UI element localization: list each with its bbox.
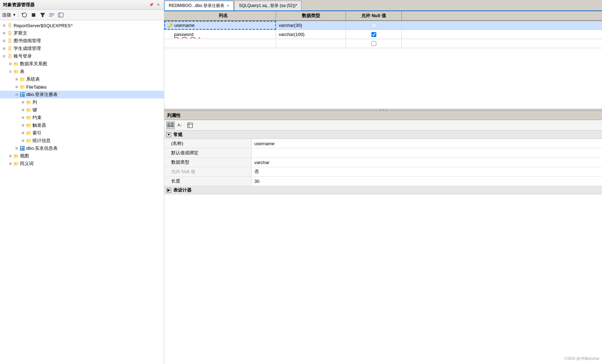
folder-icon: 📁 (26, 138, 31, 143)
nullable-checkbox[interactable] (371, 41, 376, 46)
svg-marker-1 (40, 13, 45, 17)
db-icon: 🗄 (7, 46, 13, 51)
expand-icon[interactable]: ⊞ (20, 99, 26, 105)
group-toggle-tabledesigner[interactable]: ▶ (166, 188, 171, 193)
tree-item[interactable]: ⊞ 📁 数据库关系图 (0, 60, 164, 68)
expand-icon[interactable]: ⊞ (8, 153, 13, 159)
nullable-checkbox[interactable] (371, 32, 376, 37)
prop-value-name[interactable]: username (252, 139, 602, 148)
key-icon: 🔑 (168, 23, 173, 28)
db-icon: 🗄 (7, 53, 13, 59)
folder-icon: 📁 (26, 130, 31, 136)
prop-group-tabledesigner[interactable]: ▶ 表设计器 (164, 186, 602, 194)
tree-label: dbo.登录注册表 (26, 91, 58, 98)
cell-value: varchar(30) (279, 23, 302, 28)
group-label-general: 常规 (173, 132, 182, 138)
tree-item[interactable]: ⊞ 📁 同义词 (0, 160, 164, 168)
tree-item-denglu[interactable]: ⊟ dbo.登录注册表 } (0, 91, 164, 98)
tree-item[interactable]: ⊞ 🗄 罗斯文 (0, 29, 164, 37)
stop-button[interactable] (30, 11, 37, 19)
alphabetical-view-button[interactable]: A↓ (176, 121, 184, 129)
tree-item-biao[interactable]: ⊟ 📁 表 (0, 68, 164, 75)
close-panel-button[interactable]: ✕ (155, 2, 161, 7)
tree-item[interactable]: ⊞ 📁 约束 (0, 114, 164, 121)
tree-item[interactable]: ⊞ 📁 FileTables (0, 83, 164, 91)
tab-close-button[interactable]: ✕ (226, 4, 229, 8)
tree-label: 约束 (32, 114, 42, 121)
cell-nullable[interactable] (346, 39, 402, 48)
prop-value-nullable[interactable]: 否 (252, 167, 602, 176)
property-pages-button[interactable] (186, 121, 194, 129)
cell-nullable[interactable] (346, 30, 402, 39)
db-icon: 🗄 (7, 38, 13, 44)
tree-item[interactable]: ⊞ 📁 触发器 (0, 121, 164, 129)
cell-datatype[interactable] (276, 39, 346, 48)
tree-item[interactable]: ⊞ 📁 列 (0, 98, 164, 106)
svg-rect-3 (49, 15, 54, 15)
expand-icon[interactable]: ⊞ (14, 84, 20, 90)
connect-dropdown-icon[interactable]: ▼ (13, 13, 16, 17)
expand-icon[interactable]: ⊞ (1, 23, 7, 28)
cell-nullable[interactable] (346, 21, 402, 30)
tab-query[interactable]: SQLQuery1.sq...登录 (sa (52))* (234, 1, 302, 10)
expand-icon[interactable]: ⊞ (1, 38, 7, 44)
expand-icon[interactable]: ⊟ (1, 53, 7, 59)
pin-button[interactable]: 📌 (148, 2, 154, 7)
svg-rect-18 (167, 126, 170, 127)
expand-icon[interactable]: ⊞ (20, 115, 26, 120)
table-row[interactable] (164, 39, 602, 48)
filter-button[interactable] (39, 11, 46, 19)
tree-item-zhanghao[interactable]: ⊟ 🗄 账号登录 (0, 52, 164, 60)
properties-title: 列属性 (167, 112, 181, 119)
expand-icon[interactable]: ⊞ (20, 138, 26, 143)
svg-rect-10 (20, 146, 25, 151)
tree-item[interactable]: ⊞ 📁 键 (0, 106, 164, 114)
tree-item[interactable]: ⊞ 📁 系统表 (0, 75, 164, 83)
nullable-checkbox[interactable] (371, 23, 376, 28)
expand-icon[interactable]: ⊞ (8, 61, 13, 67)
tree-item[interactable]: ⊞ dbo.实名信息表 (0, 144, 164, 152)
categorized-view-button[interactable] (166, 121, 175, 129)
expand-icon[interactable]: ⊞ (8, 161, 13, 166)
tree-item[interactable]: ⊞ 📁 统计信息 (0, 137, 164, 144)
tab-table-designer[interactable]: REDMIBOO...dbo.登录注册表 ✕ (164, 1, 234, 10)
cell-datatype[interactable]: varchar(30) (276, 21, 346, 30)
properties-button[interactable] (57, 11, 65, 19)
tab-label: REDMIBOO...dbo.登录注册表 (169, 3, 224, 9)
svg-text:A↓: A↓ (177, 123, 182, 127)
tree-item[interactable]: ⊞ 🗄 图书借阅管理 (0, 37, 164, 45)
expand-icon[interactable]: ⊟ (14, 92, 20, 97)
cell-column-name[interactable]: 🔑 username (164, 21, 276, 30)
table-row[interactable]: 🔑 username varchar(30) (164, 21, 602, 30)
table-row[interactable]: password varchar(100) (164, 30, 602, 39)
expand-icon[interactable]: ⊞ (14, 146, 20, 151)
panel-controls: 📌 ✕ (148, 2, 161, 7)
tree-item[interactable]: ⊞ 🗄 学生成绩管理 (0, 45, 164, 52)
toolbar-separator-1 (18, 12, 19, 18)
cell-datatype[interactable]: varchar(100) (276, 30, 346, 39)
tree-item[interactable]: ⊞ 📁 索引 (0, 129, 164, 137)
tree-item[interactable]: ⊞ 🗄 ReportServer$SQLEXPRES^ (0, 22, 164, 29)
cell-column-name[interactable]: password (164, 30, 276, 39)
group-toggle-general[interactable]: ▼ (166, 132, 171, 137)
prop-value-length[interactable]: 30 (252, 177, 602, 186)
cell-value: password (174, 32, 194, 37)
expand-icon[interactable]: ⊞ (1, 46, 7, 51)
prop-value-default[interactable] (252, 148, 602, 157)
summary-button[interactable] (48, 11, 56, 19)
prop-value-type[interactable]: varchar (252, 158, 602, 167)
panel-title: 对象资源管理器 (3, 2, 35, 8)
expand-icon[interactable]: ⊞ (14, 76, 20, 82)
connect-label: 连接 (2, 12, 11, 18)
expand-icon[interactable]: ⊞ (20, 107, 26, 113)
svg-rect-23 (188, 123, 193, 128)
expand-icon[interactable]: ⊞ (20, 122, 26, 128)
refresh-button[interactable] (21, 11, 28, 19)
tree-item[interactable]: ⊞ 📁 视图 (0, 152, 164, 160)
cell-column-name[interactable] (164, 39, 276, 48)
folder-icon: 📁 (13, 61, 19, 67)
expand-icon[interactable]: ⊟ (8, 69, 13, 74)
prop-group-general[interactable]: ▼ 常规 (164, 131, 602, 139)
expand-icon[interactable]: ⊞ (1, 30, 7, 36)
expand-icon[interactable]: ⊞ (20, 130, 26, 136)
